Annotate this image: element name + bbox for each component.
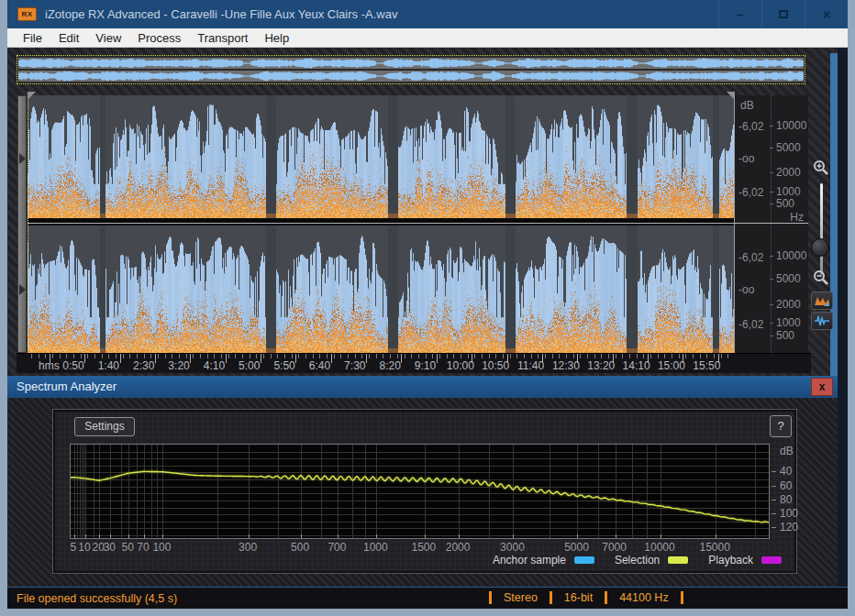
- time-ruler-label: 14:10: [623, 359, 650, 372]
- status-field: 16-bit: [564, 591, 593, 604]
- vertical-zoom-knob[interactable]: [811, 238, 829, 257]
- app-icon: RX: [17, 7, 37, 21]
- vertical-scrollbar[interactable]: [17, 95, 27, 353]
- minimize-button[interactable]: –: [718, 0, 761, 28]
- status-bar: File opened successfully (4,5 s) Stereo1…: [7, 587, 848, 609]
- scale-channel-bottom: -6,02-oo-6,02 10000500020001000500: [734, 226, 808, 352]
- spectrum-analyzer-bezel: Settings ? dB 406080100120 5102030507010…: [52, 409, 797, 574]
- title-bar[interactable]: RX iZotope RX Advanced - Caravelli -Une …: [7, 0, 848, 28]
- zoom-in-icon[interactable]: [813, 160, 829, 176]
- spectrum-x-tick-label: 100: [152, 541, 171, 554]
- waveform-view-button[interactable]: [811, 312, 833, 330]
- spectrum-panel-header[interactable]: Spectrum Analyzer x: [7, 376, 838, 398]
- menu-item[interactable]: View: [87, 29, 129, 47]
- legend-item: Playback: [708, 554, 782, 566]
- time-ruler-label: 6:40: [309, 359, 330, 372]
- spectrogram-view-button[interactable]: [811, 292, 833, 310]
- selection-end-line[interactable]: [734, 95, 735, 353]
- frequency-tick-label: 10000: [776, 119, 806, 132]
- settings-button[interactable]: Settings: [74, 417, 135, 436]
- time-ruler-label: 8:20: [379, 359, 400, 372]
- zoom-out-icon[interactable]: [813, 270, 829, 286]
- amplitude-tick-label: -6,02: [738, 318, 763, 331]
- spectrogram-icon: [814, 294, 830, 307]
- spectrum-x-tick-label: 50: [121, 541, 133, 554]
- spectrum-panel-body: Settings ? dB 406080100120 5102030507010…: [7, 398, 838, 587]
- channel-divider[interactable]: [28, 223, 808, 224]
- menu-item[interactable]: Transport: [189, 29, 256, 47]
- app-window: RX iZotope RX Advanced - Caravelli -Une …: [0, 0, 855, 616]
- channel-marker-bottom[interactable]: [19, 284, 26, 295]
- status-separator: [605, 591, 607, 604]
- time-ruler-label: 10:00: [447, 359, 474, 372]
- frequency-tick-label: 5000: [776, 272, 801, 285]
- time-ruler-label: 10:50: [482, 359, 509, 372]
- maximize-button[interactable]: [761, 0, 805, 28]
- time-ruler-label: 5:50: [273, 359, 294, 372]
- selection-start-line[interactable]: [28, 95, 28, 353]
- window-title: iZotope RX Advanced - Caravelli -Une Fil…: [45, 7, 397, 21]
- time-ruler-label: 15:50: [693, 359, 720, 372]
- menu-item[interactable]: Help: [256, 29, 297, 47]
- time-ruler-label: 13:20: [587, 359, 615, 372]
- spectrum-panel-close-button[interactable]: x: [811, 378, 833, 396]
- legend-swatch: [574, 556, 594, 564]
- legend-item: Anchor sample: [493, 554, 594, 566]
- spectrum-panel-title: Spectrum Analyzer: [17, 380, 117, 393]
- legend-label: Playback: [708, 554, 753, 566]
- spectrum-x-tick-label: 700: [328, 541, 346, 554]
- close-button[interactable]: ×: [805, 0, 848, 28]
- spectrum-x-tick-label: 10000: [644, 541, 674, 554]
- menu-item[interactable]: Edit: [50, 29, 87, 47]
- legend-swatch: [761, 556, 782, 564]
- channel-marker-top[interactable]: [19, 153, 26, 164]
- time-ruler-label: 7:30: [344, 359, 365, 372]
- vertical-zoom-slider[interactable]: [820, 183, 823, 275]
- spectrum-x-tick-label: 30: [104, 541, 116, 554]
- amplitude-tick-label: -oo: [738, 283, 754, 296]
- spectrum-x-tick-label: 7000: [602, 541, 627, 554]
- spectrum-analyzer-panel: Spectrum Analyzer x Settings ? dB 406080…: [7, 376, 840, 587]
- menu-bar: FileEditViewProcessTransportHelp: [7, 28, 848, 48]
- spectrum-y-tick-label: 80: [780, 493, 792, 506]
- selection-handle-right[interactable]: [727, 92, 735, 100]
- frequency-tick-label: 2000: [776, 166, 801, 179]
- time-ruler-label: 9:10: [415, 359, 436, 372]
- time-ruler-unit: hms: [39, 359, 60, 372]
- scale-channel-top: -6,02-oo-6,02 10000500020001000500: [734, 95, 808, 220]
- spectrum-y-tick-label: 120: [780, 521, 798, 534]
- status-fields: Stereo16-bit44100 Hz: [477, 591, 695, 604]
- amplitude-tick-label: -6,02: [738, 120, 763, 133]
- time-ruler-label: 5:00: [239, 359, 260, 372]
- spectrum-x-tick-label: 5000: [564, 541, 589, 554]
- spectrum-x-tick-label: 300: [239, 541, 257, 554]
- time-ruler-label: 15:00: [658, 359, 685, 372]
- spectrum-y-tick-label: 60: [780, 479, 792, 492]
- spectrum-y-tick-label: 40: [780, 465, 792, 478]
- spectrum-legend: Anchor sample Selection Playback: [493, 554, 782, 566]
- time-ruler-label: 3:20: [168, 359, 189, 372]
- overview-waveform-canvas[interactable]: [17, 56, 805, 83]
- menu-item[interactable]: File: [15, 29, 50, 47]
- status-field: 44100 Hz: [619, 591, 669, 604]
- spectrum-y-unit-label: dB: [780, 445, 794, 457]
- frequency-tick-label: 1000: [776, 185, 801, 198]
- spectrum-x-tick-label: 1500: [411, 541, 436, 554]
- amplitude-tick-label: -oo: [738, 152, 754, 165]
- spectrum-plot: [70, 444, 770, 539]
- status-field: Stereo: [504, 591, 538, 604]
- selection-handle-left[interactable]: [28, 92, 36, 100]
- spectrum-x-tick-label: 1000: [363, 541, 388, 554]
- menu-item[interactable]: Process: [129, 29, 189, 47]
- time-ruler[interactable]: hms 0:501:402:303:204:105:005:506:407:30…: [17, 353, 811, 373]
- frequency-tick-label: 10000: [776, 249, 806, 262]
- time-ruler-label: 0:50: [62, 359, 83, 372]
- spectrogram-view[interactable]: [28, 95, 734, 353]
- amplitude-tick-label: -6,02: [738, 186, 763, 199]
- zoom-controls: [809, 95, 837, 353]
- help-button[interactable]: ?: [770, 415, 792, 437]
- status-separator: [550, 591, 552, 604]
- overview-waveform[interactable]: [17, 55, 805, 84]
- spectrum-y-tick-label: 100: [780, 507, 798, 520]
- maximize-icon: [779, 10, 788, 18]
